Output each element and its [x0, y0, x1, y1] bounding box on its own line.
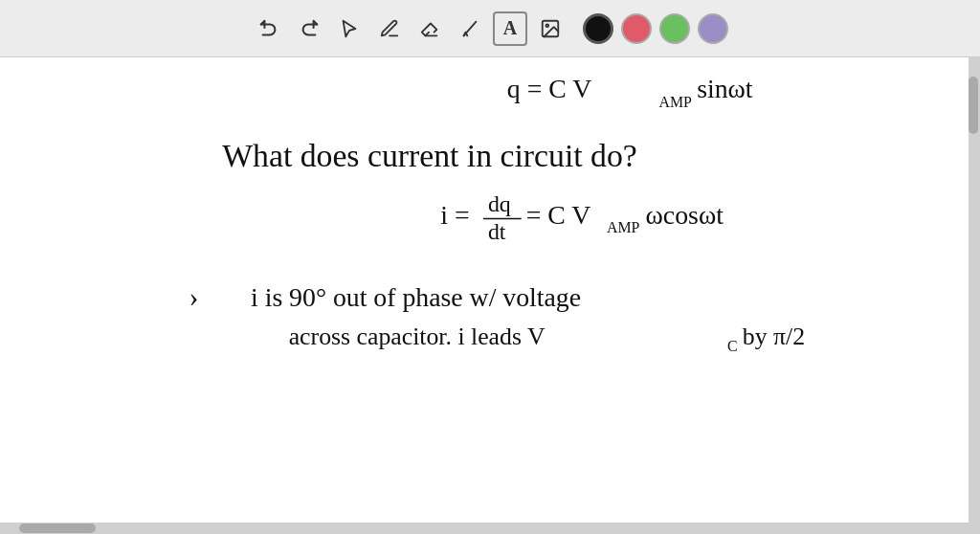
main-area: A q = C V AMP sinωt	[0, 0, 980, 534]
question-line: What does current in circuit do?	[222, 138, 637, 173]
svg-point-2	[546, 24, 548, 27]
scrollbar-thumb-horizontal[interactable]	[19, 523, 96, 533]
formula-sinwt: sinωt	[697, 74, 753, 103]
color-black[interactable]	[583, 13, 613, 44]
redo-button[interactable]	[292, 11, 326, 46]
select-button[interactable]	[332, 11, 367, 46]
formula-dt: dt	[488, 219, 506, 244]
canvas-svg: q = C V AMP sinωt What does current in c…	[0, 57, 969, 523]
eraser-button[interactable]	[412, 11, 447, 46]
bullet-arrow: ›	[189, 280, 199, 312]
right-scrollbar[interactable]	[969, 57, 980, 523]
toolbar-tools: A	[252, 11, 568, 46]
undo-button[interactable]	[252, 11, 286, 46]
formula-vamp-sub: AMP	[658, 94, 692, 110]
color-purple[interactable]	[698, 13, 728, 44]
bottom-scrollbar[interactable]	[0, 523, 980, 534]
vc-sub: C	[727, 338, 738, 354]
text-button[interactable]: A	[493, 11, 527, 46]
formula-i-eq: i =	[440, 200, 469, 230]
toolbar: A	[0, 0, 980, 57]
image-button[interactable]	[533, 11, 568, 46]
formula-rhs: = C V	[526, 200, 591, 230]
color-green[interactable]	[659, 13, 690, 44]
bullet-line1: i is 90° out of phase w/ voltage	[251, 282, 581, 312]
bullet-line2: across capacitor. i leads V	[289, 323, 546, 350]
formula-dq: dq	[488, 191, 511, 216]
color-red[interactable]	[621, 13, 652, 44]
scrollbar-thumb-vertical[interactable]	[969, 77, 978, 134]
bullet-by: by π/2	[743, 323, 805, 350]
text-icon: A	[503, 17, 517, 39]
formula-line1: q = C V	[507, 74, 591, 103]
color-palette	[583, 13, 728, 44]
canvas-area[interactable]: q = C V AMP sinωt What does current in c…	[0, 57, 969, 523]
highlighter-button[interactable]	[453, 11, 487, 46]
pen-button[interactable]	[372, 11, 407, 46]
formula-nmp-sub: AMP	[607, 219, 640, 235]
formula-wcosωt: ωcosωt	[646, 200, 724, 230]
